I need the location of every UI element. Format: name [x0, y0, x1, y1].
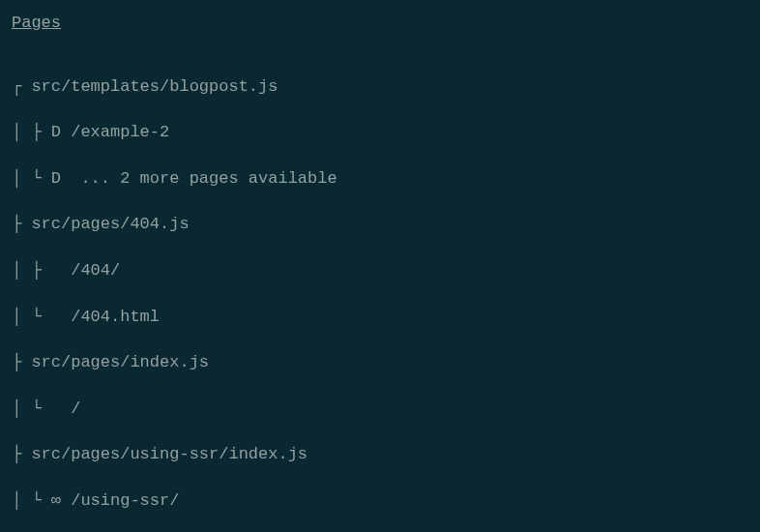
tree-row: ├ src/pages/404.js	[12, 213, 748, 236]
tree-row: ├ src/pages/index.js	[12, 351, 748, 374]
tree-row: │ └ ∞ /using-ssr/	[12, 489, 748, 513]
tree-row: ├ src/pages/using-ssr/index.js	[12, 443, 748, 466]
tree-row: │ └ /404.html	[12, 306, 748, 329]
pages-title: Pages	[12, 12, 748, 35]
tree-row: │ ├ /404/	[12, 259, 748, 282]
tree-row: ┌ src/templates/blogpost.js	[12, 75, 748, 99]
pages-tree: ┌ src/templates/blogpost.js │ ├ D /examp…	[12, 52, 748, 532]
tree-row: │ └ D ... 2 more pages available	[12, 167, 748, 191]
tree-row: │ ├ D /example-2	[12, 121, 748, 144]
tree-row: │ └ /	[12, 398, 748, 421]
